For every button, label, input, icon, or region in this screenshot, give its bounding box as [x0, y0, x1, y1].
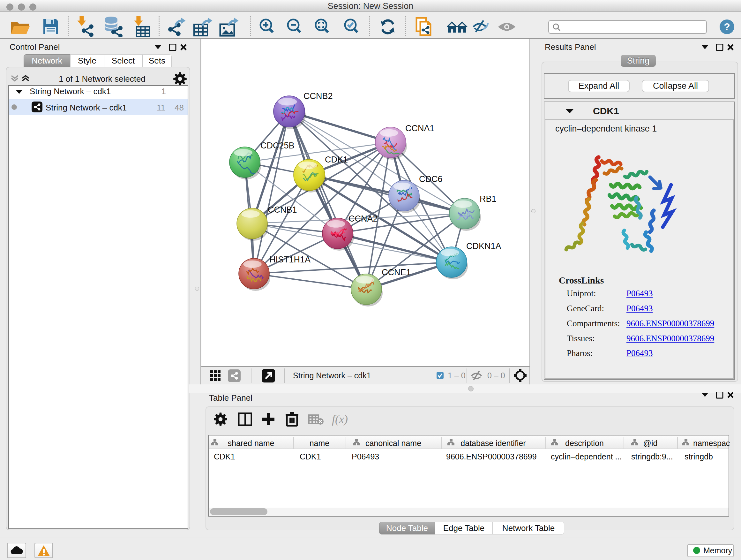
svg-text:RB1: RB1 [480, 194, 496, 204]
svg-text:CCNE1: CCNE1 [382, 267, 411, 277]
svg-text:CCNB1: CCNB1 [268, 205, 297, 214]
svg-text:CDKN1A: CDKN1A [466, 241, 501, 251]
svg-text:HIST1H1A: HIST1H1A [269, 255, 311, 264]
svg-text:CDK1: CDK1 [325, 155, 348, 165]
svg-text:CCNA1: CCNA1 [405, 124, 434, 133]
svg-text:CCNB2: CCNB2 [304, 91, 333, 101]
svg-text:CDC6: CDC6 [419, 174, 443, 184]
svg-text:CDC25B: CDC25B [260, 141, 294, 150]
svg-text:CCNA2: CCNA2 [348, 214, 378, 224]
